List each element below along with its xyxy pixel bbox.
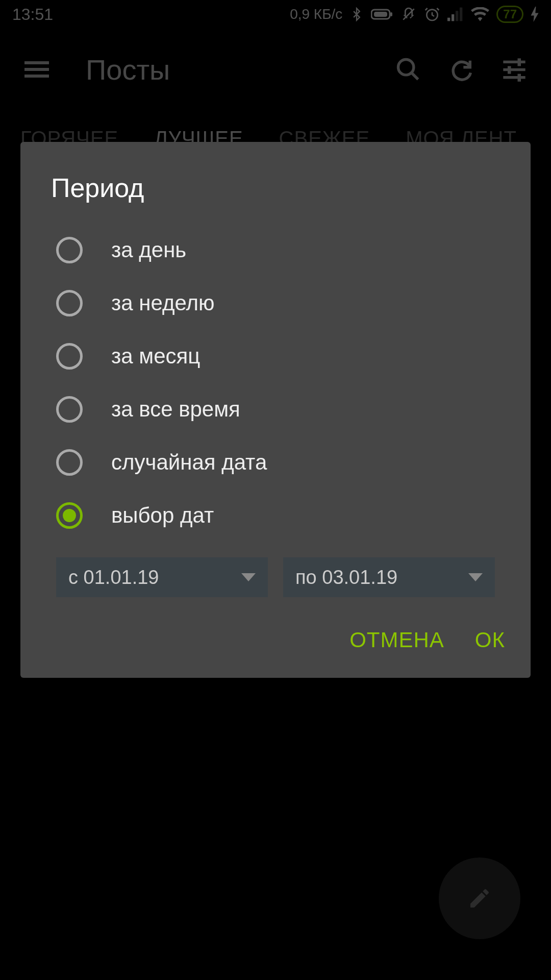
period-option-custom[interactable]: выбор дат (20, 489, 531, 542)
radio-icon (56, 237, 83, 263)
radio-icon (56, 290, 83, 316)
radio-label: выбор дат (111, 503, 214, 528)
date-from-label: с 01.01.19 (68, 567, 159, 589)
ok-button[interactable]: ОК (475, 628, 505, 652)
radio-label: за месяц (111, 344, 200, 369)
radio-icon (56, 449, 83, 476)
radio-icon (56, 343, 83, 370)
date-to-label: по 03.01.19 (295, 567, 397, 589)
date-range-row: с 01.01.19 по 03.01.19 (20, 542, 531, 607)
period-option-day[interactable]: за день (20, 224, 531, 277)
period-option-random[interactable]: случайная дата (20, 436, 531, 489)
period-dialog: Период за день за неделю за месяц за все… (20, 142, 531, 678)
radio-label: за день (111, 238, 186, 262)
radio-icon (56, 396, 83, 423)
radio-label: за все время (111, 397, 240, 422)
date-to-picker[interactable]: по 03.01.19 (283, 557, 495, 597)
dialog-title: Период (20, 173, 531, 224)
period-option-week[interactable]: за неделю (20, 277, 531, 330)
radio-label: за неделю (111, 291, 214, 315)
dropdown-icon (468, 573, 483, 581)
radio-icon (56, 502, 83, 529)
period-option-alltime[interactable]: за все время (20, 383, 531, 436)
dialog-actions: ОТМЕНА ОК (20, 607, 531, 663)
cancel-button[interactable]: ОТМЕНА (349, 628, 444, 652)
dropdown-icon (241, 573, 256, 581)
date-from-picker[interactable]: с 01.01.19 (56, 557, 268, 597)
period-option-month[interactable]: за месяц (20, 330, 531, 383)
radio-label: случайная дата (111, 450, 267, 475)
